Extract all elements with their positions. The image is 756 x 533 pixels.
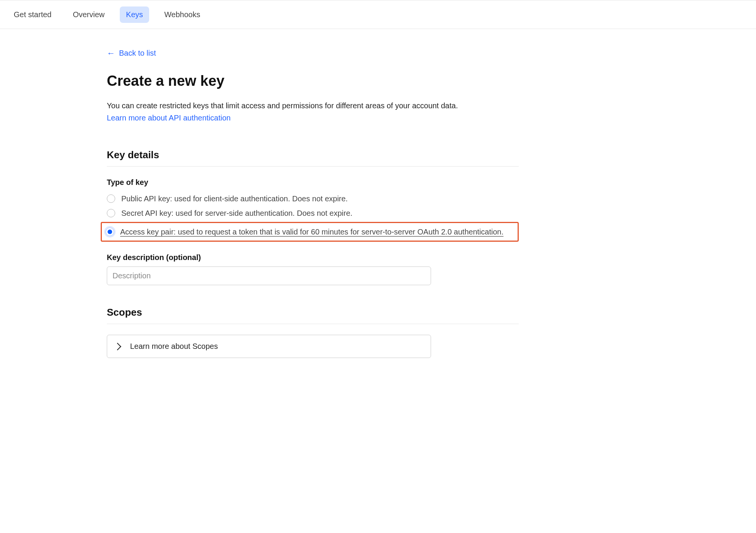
tab-overview[interactable]: Overview (67, 6, 111, 23)
learn-more-scopes-label: Learn more about Scopes (130, 342, 218, 351)
type-of-key-radio-group: Public API key: used for client-side aut… (107, 191, 519, 242)
section-heading-scopes: Scopes (107, 307, 519, 324)
page-description: You can create restricted keys that limi… (107, 100, 519, 111)
page-title: Create a new key (107, 73, 519, 89)
learn-more-scopes-button[interactable]: Learn more about Scopes (107, 335, 431, 358)
tab-get-started[interactable]: Get started (8, 6, 58, 23)
main-content: ← Back to list Create a new key You can … (107, 29, 526, 358)
radio-row-access-key-pair[interactable]: Access key pair: used to request a token… (106, 225, 514, 238)
key-description-input[interactable] (107, 266, 431, 285)
radio-row-secret-api-key[interactable]: Secret API key: used for server-side aut… (107, 206, 519, 220)
radio-row-public-api-key[interactable]: Public API key: used for client-side aut… (107, 191, 519, 206)
arrow-left-icon: ← (107, 49, 115, 58)
type-of-key-label: Type of key (107, 178, 519, 187)
radio-label-secret-api-key: Secret API key: used for server-side aut… (121, 207, 352, 219)
chevron-right-icon (114, 343, 121, 350)
section-heading-key-details: Key details (107, 149, 519, 167)
radio-label-access-key-pair: Access key pair: used to request a token… (120, 226, 503, 238)
tabs-bar: Get started Overview Keys Webhooks (0, 0, 756, 29)
back-link-label: Back to list (119, 49, 156, 58)
radio-label-public-api-key: Public API key: used for client-side aut… (121, 193, 348, 204)
key-description-label: Key description (optional) (107, 253, 519, 262)
learn-more-api-auth-link[interactable]: Learn more about API authentication (107, 114, 231, 122)
tab-webhooks[interactable]: Webhooks (158, 6, 206, 23)
radio-button-access-key-pair[interactable] (106, 228, 114, 236)
back-to-list-link[interactable]: ← Back to list (107, 49, 156, 58)
tab-keys[interactable]: Keys (120, 6, 149, 23)
highlighted-selection-box: Access key pair: used to request a token… (101, 222, 519, 242)
radio-button-secret-api-key[interactable] (107, 209, 115, 217)
radio-button-public-api-key[interactable] (107, 194, 115, 203)
